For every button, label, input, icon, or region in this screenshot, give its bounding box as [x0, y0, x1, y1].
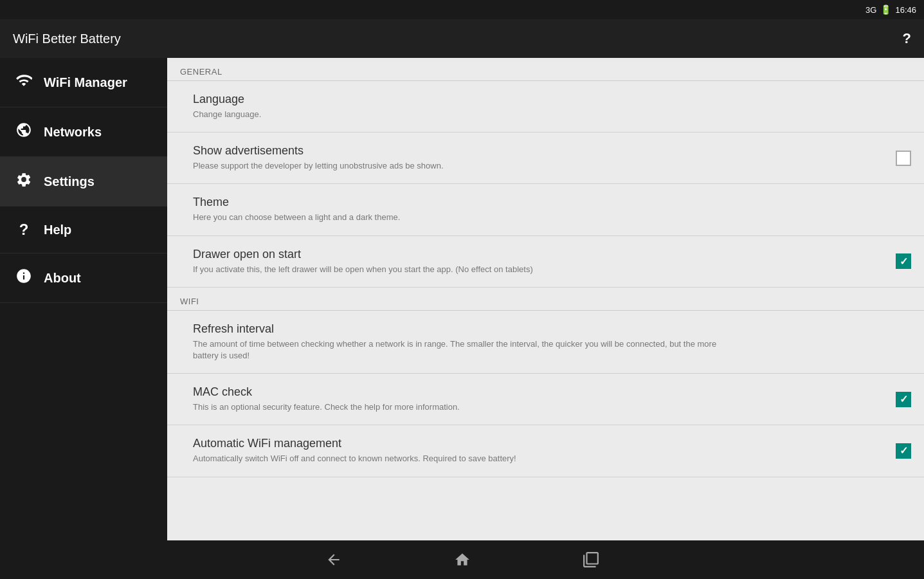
mac-check-text: MAC check This is an optional security f…	[193, 385, 883, 413]
drawer-open-checkbox[interactable]	[896, 253, 911, 269]
show-advertisements-setting[interactable]: Show advertisements Please support the d…	[167, 133, 924, 184]
drawer-open-text: Drawer open on start If you activate thi…	[193, 248, 883, 275]
show-advertisements-checkbox[interactable]	[896, 151, 911, 166]
language-title: Language	[193, 93, 911, 106]
signal-indicator: 3G	[865, 5, 876, 15]
show-advertisements-title: Show advertisements	[193, 144, 883, 158]
show-advertisements-desc: Please support the developer by letting …	[193, 160, 739, 172]
info-icon	[15, 268, 32, 288]
sidebar-item-wifi-manager[interactable]: WiFi Manager	[0, 58, 167, 107]
mac-check-title: MAC check	[193, 385, 883, 399]
mac-check-desc: This is an optional security feature. Ch…	[193, 401, 739, 413]
sidebar-help-label: Help	[44, 223, 71, 237]
automatic-wifi-text: Automatic WiFi management Automatically …	[193, 437, 883, 464]
language-setting-text: Language Change language.	[193, 93, 911, 120]
automatic-wifi-checkbox[interactable]	[896, 443, 911, 459]
automatic-wifi-title: Automatic WiFi management	[193, 437, 883, 450]
theme-desc: Here you can choose between a light and …	[193, 212, 739, 223]
mac-check-checkbox[interactable]	[896, 392, 911, 407]
sidebar-wifi-manager-label: WiFi Manager	[44, 75, 127, 90]
refresh-interval-text: Refresh interval The amount of time betw…	[193, 322, 911, 362]
drawer-open-title: Drawer open on start	[193, 248, 883, 261]
language-desc: Change language.	[193, 109, 739, 120]
refresh-interval-desc: The amount of time between checking whet…	[193, 338, 739, 362]
app-bar: WiFi Better Battery ?	[0, 19, 924, 58]
battery-icon: 🔋	[880, 5, 891, 15]
recents-button[interactable]	[578, 547, 604, 573]
question-icon: ?	[15, 221, 32, 239]
back-button[interactable]	[321, 547, 347, 573]
wifi-icon	[15, 72, 32, 93]
globe-icon	[15, 122, 32, 142]
automatic-wifi-desc: Automatically switch WiFi off and connec…	[193, 453, 739, 464]
drawer-open-desc: If you activate this, the left drawer wi…	[193, 264, 739, 275]
sidebar-settings-label: Settings	[44, 174, 95, 189]
refresh-interval-title: Refresh interval	[193, 322, 911, 336]
theme-setting[interactable]: Theme Here you can choose between a ligh…	[167, 184, 924, 235]
clock: 16:46	[895, 5, 916, 15]
general-section-header: GENERAL	[167, 58, 924, 81]
bottom-bar	[0, 540, 924, 579]
automatic-wifi-setting[interactable]: Automatic WiFi management Automatically …	[167, 425, 924, 477]
content-area: GENERAL Language Change language. Show a…	[167, 58, 924, 540]
sidebar-networks-label: Networks	[44, 125, 102, 140]
language-setting[interactable]: Language Change language.	[167, 81, 924, 133]
home-button[interactable]	[449, 547, 475, 573]
sidebar-item-settings[interactable]: Settings	[0, 157, 167, 207]
status-bar: 3G 🔋 16:46	[0, 0, 924, 19]
gear-icon	[15, 171, 32, 192]
main-layout: WiFi Manager Networks Settings ? Help	[0, 58, 924, 540]
theme-setting-text: Theme Here you can choose between a ligh…	[193, 196, 911, 223]
mac-check-setting[interactable]: MAC check This is an optional security f…	[167, 374, 924, 425]
help-button[interactable]: ?	[903, 30, 911, 47]
refresh-interval-setting[interactable]: Refresh interval The amount of time betw…	[167, 311, 924, 374]
show-advertisements-text: Show advertisements Please support the d…	[193, 144, 883, 172]
sidebar-item-about[interactable]: About	[0, 253, 167, 303]
app-title: WiFi Better Battery	[13, 32, 121, 46]
wifi-section-header: WIFI	[167, 288, 924, 311]
sidebar-item-networks[interactable]: Networks	[0, 107, 167, 157]
sidebar: WiFi Manager Networks Settings ? Help	[0, 58, 167, 540]
sidebar-about-label: About	[44, 271, 81, 286]
theme-title: Theme	[193, 196, 911, 209]
sidebar-item-help[interactable]: ? Help	[0, 207, 167, 253]
drawer-open-setting[interactable]: Drawer open on start If you activate thi…	[167, 236, 924, 288]
